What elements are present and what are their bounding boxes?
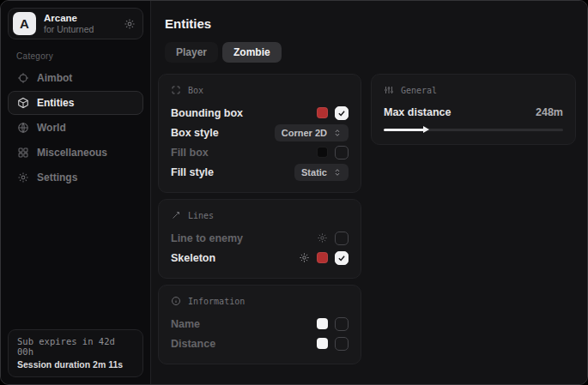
sidebar-item-miscellaneous[interactable]: Miscellaneous: [8, 141, 143, 165]
fill-box-color-swatch[interactable]: [317, 147, 328, 158]
line-to-enemy-checkbox[interactable]: [335, 232, 349, 245]
chevron-up-down-icon: [333, 129, 342, 137]
sidebar-item-aimbot[interactable]: Aimbot: [8, 66, 143, 90]
app-title: Arcane: [44, 13, 116, 24]
line-to-enemy-row: Line to enemy: [171, 228, 349, 248]
slider-fill: [384, 129, 425, 131]
page-title: Entities: [165, 16, 576, 31]
globe-icon: [17, 122, 29, 134]
sidebar-item-label: Miscellaneous: [37, 147, 107, 159]
grid-icon: [17, 147, 29, 159]
arcane-window: A Arcane for Unturned Category: [0, 0, 588, 385]
skeleton-checkbox[interactable]: [335, 251, 349, 265]
card-title: General: [401, 86, 437, 95]
information-card: Information Name Distance: [158, 285, 361, 364]
distance-checkbox[interactable]: [335, 337, 349, 351]
entity-tabs: Player Zombie: [165, 42, 576, 63]
tab-zombie[interactable]: Zombie: [222, 42, 282, 63]
line-settings-gear-icon[interactable]: [317, 232, 328, 244]
card-title: Box: [188, 86, 203, 95]
sidebar-item-label: Settings: [37, 171, 77, 183]
fill-style-dropdown[interactable]: Static: [294, 164, 349, 181]
session-duration-text: Session duration 2m 11s: [17, 359, 134, 370]
chevron-up-down-icon: [333, 168, 342, 177]
box-style-dropdown[interactable]: Corner 2D: [275, 124, 349, 141]
sidebar: A Arcane for Unturned Category: [1, 1, 151, 384]
card-title: Lines: [188, 211, 214, 220]
fill-box-checkbox[interactable]: [335, 146, 349, 159]
skeleton-settings-gear-icon[interactable]: [299, 252, 310, 263]
name-checkbox[interactable]: [335, 317, 349, 331]
skeleton-color-swatch[interactable]: [317, 252, 328, 263]
name-color-swatch[interactable]: [317, 318, 328, 329]
app-logo: A: [13, 12, 36, 35]
app-logo-letter: A: [20, 16, 29, 31]
skeleton-row: Skeleton: [171, 248, 349, 268]
max-distance-slider[interactable]: [384, 125, 563, 134]
app-subtitle: for Unturned: [44, 24, 116, 34]
bounding-box-color-swatch[interactable]: [317, 107, 328, 118]
category-label: Category: [16, 51, 143, 61]
name-row: Name: [171, 314, 349, 334]
sidebar-item-label: World: [37, 122, 66, 134]
subscription-status-card: Sub expires in 42d 00h Session duration …: [8, 329, 143, 377]
max-distance-row: Max distance 248m: [384, 103, 563, 122]
sidebar-nav: Aimbot Entities World: [8, 66, 143, 189]
lines-card: Lines Line to enemy: [158, 199, 361, 279]
slider-thumb[interactable]: [423, 126, 429, 133]
sub-expiry-text: Sub expires in 42d 00h: [17, 336, 134, 357]
logo-card: A Arcane for Unturned: [8, 8, 143, 39]
sidebar-item-world[interactable]: World: [8, 116, 143, 140]
fill-style-row: Fill style Static: [171, 162, 349, 182]
box-style-row: Box style Corner 2D: [171, 123, 349, 142]
info-circle-icon: [171, 296, 181, 306]
sidebar-item-settings[interactable]: Settings: [8, 165, 143, 189]
settings-gear-icon[interactable]: [124, 18, 136, 30]
crosshair-icon: [17, 72, 29, 84]
line-segment-icon: [171, 210, 181, 220]
max-distance-value: 248m: [536, 106, 563, 118]
bounding-box-row: Bounding box: [171, 103, 349, 123]
box-card: Box Bounding box Box style: [158, 74, 361, 193]
entities-cube-icon: [17, 97, 29, 109]
distance-row: Distance: [171, 334, 349, 353]
sidebar-item-label: Aimbot: [37, 72, 72, 84]
fill-box-row: Fill box: [171, 142, 349, 162]
card-title: Information: [188, 297, 245, 306]
distance-color-swatch[interactable]: [317, 338, 328, 349]
scan-brackets-icon: [171, 85, 181, 95]
sidebar-item-label: Entities: [37, 97, 74, 109]
gear-icon: [17, 171, 29, 183]
sidebar-item-entities[interactable]: Entities: [8, 91, 143, 115]
sliders-icon: [384, 85, 394, 95]
general-card: General Max distance 248m: [371, 74, 576, 145]
tab-player[interactable]: Player: [165, 42, 218, 63]
main-content: Entities Player Zombie Box: [151, 1, 587, 384]
bounding-box-checkbox[interactable]: [335, 106, 349, 120]
